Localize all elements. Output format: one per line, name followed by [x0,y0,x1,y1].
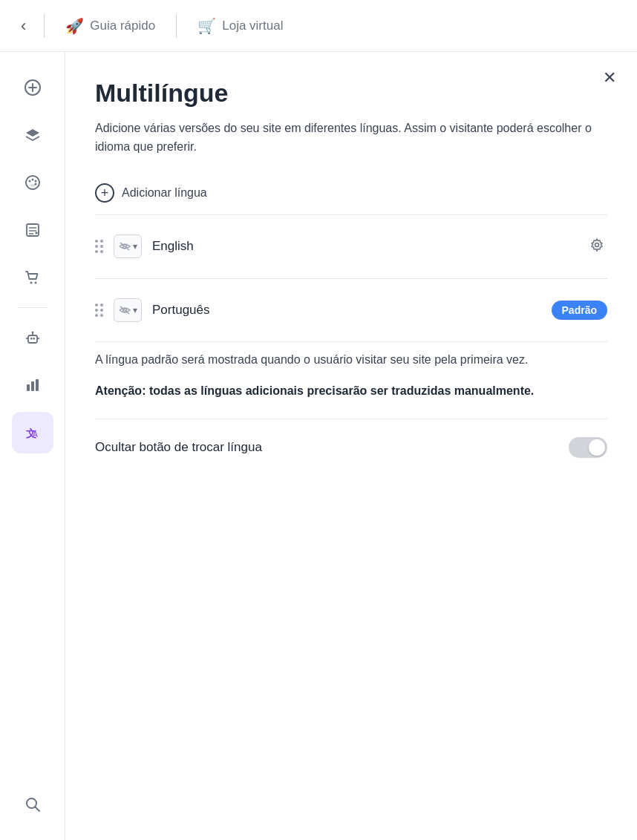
layers-icon [24,127,41,143]
language-row-english: ▾ English [95,221,607,272]
nav-divider [44,14,45,38]
svg-point-19 [31,332,33,334]
section-divider-3 [95,341,607,342]
palette-icon [24,174,41,191]
toggle-row: Ocultar botão de trocar língua [95,419,607,476]
sidebar-item-cart[interactable] [12,257,53,298]
store-label: Loja virtual [222,19,283,33]
plus-icon [24,79,41,96]
svg-point-6 [31,179,33,181]
sidebar: 文 A [0,52,65,840]
sidebar-item-layers[interactable] [12,114,53,156]
visibility-button-english[interactable]: ▾ [114,234,142,258]
svg-rect-16 [30,338,33,340]
language-name-english: English [152,239,576,254]
drag-handle-portuguese[interactable] [95,303,103,317]
hidden-eye-icon [119,242,131,251]
panel-title: Multilíngue [95,79,607,108]
svg-point-7 [34,180,36,183]
main-layout: 文 A ✕ Multilíngue Adicione várias versõe… [0,52,637,840]
chevron-down-icon-portuguese: ▾ [133,305,137,315]
hidden-eye-icon-pt [119,306,131,315]
language-row-portuguese: ▾ Português Padrão [95,285,607,335]
chart-icon [24,377,41,393]
svg-text:A: A [33,430,38,439]
quick-guide-label: Guia rápido [90,19,155,33]
sidebar-item-robot[interactable] [12,317,53,358]
language-name-portuguese: Português [152,303,541,318]
translate-icon: 文 A [24,424,42,442]
chevron-down-icon-english: ▾ [133,241,137,252]
sidebar-item-edit[interactable] [12,209,53,251]
svg-rect-22 [27,384,30,391]
add-language-button[interactable]: + Adicionar língua [95,177,207,209]
sidebar-item-search[interactable] [12,784,53,825]
sidebar-item-palette[interactable] [12,162,53,203]
svg-point-4 [26,176,39,189]
svg-point-13 [30,282,32,284]
plus-circle-icon: + [95,183,114,203]
svg-rect-24 [36,379,39,391]
panel-description: Adicione várias versões do seu site em d… [95,119,607,157]
svg-marker-3 [26,129,39,137]
sidebar-item-chart[interactable] [12,364,53,406]
svg-line-28 [35,807,39,812]
robot-icon [24,329,41,346]
toggle-label: Ocultar botão de trocar língua [95,440,262,455]
svg-rect-23 [31,381,34,391]
section-divider-1 [95,214,607,215]
edit-icon [24,222,41,238]
store-nav-item[interactable]: 🛒 Loja virtual [189,11,292,41]
svg-point-5 [28,180,30,183]
sidebar-item-add[interactable] [12,67,53,108]
quick-guide-nav-item[interactable]: 🚀 Guia rápido [56,11,164,41]
svg-point-14 [34,282,36,284]
default-badge: Padrão [552,301,607,320]
content-panel: ✕ Multilíngue Adicione várias versões do… [65,52,637,840]
add-language-label: Adicionar língua [122,186,207,200]
svg-rect-17 [33,338,35,340]
warning-text: Atenção: todas as línguas adicionais pre… [95,382,607,401]
drag-handle-english[interactable] [95,240,103,253]
top-nav: ‹ 🚀 Guia rápido 🛒 Loja virtual [0,0,637,52]
sidebar-item-translate[interactable]: 文 A [12,412,53,453]
svg-point-31 [595,243,599,246]
gear-icon [589,237,604,252]
section-divider-2 [95,278,607,279]
search-icon [24,796,41,813]
nav-divider-2 [176,14,177,38]
visibility-button-portuguese[interactable]: ▾ [114,298,142,322]
hide-language-toggle[interactable] [569,437,607,458]
svg-rect-15 [28,335,37,343]
info-text: A língua padrão será mostrada quando o u… [95,351,607,370]
settings-button-english[interactable] [587,234,607,259]
shopping-cart-icon [24,269,41,286]
sidebar-divider [18,307,48,308]
back-button[interactable]: ‹ [15,10,32,42]
cart-icon-nav: 🛒 [197,17,216,35]
rocket-icon: 🚀 [65,17,84,35]
close-button[interactable]: ✕ [603,70,616,86]
